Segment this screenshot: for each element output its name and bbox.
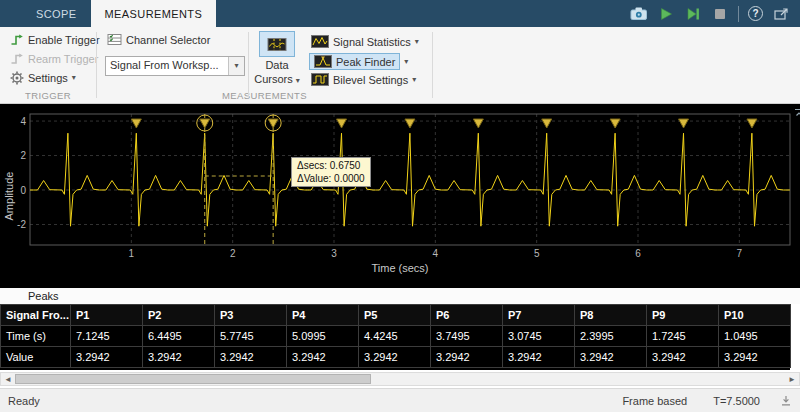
measurements-section-label: MEASUREMENTS xyxy=(97,90,432,101)
peaks-col-p8[interactable]: P8 xyxy=(575,305,647,326)
chevron-down-icon[interactable]: ▾ xyxy=(228,57,244,75)
scrollbar-track[interactable] xyxy=(15,373,785,385)
snapshot-button[interactable] xyxy=(630,5,648,23)
y-tick-label: -2 xyxy=(17,219,26,230)
peaks-cell: 3.2942 xyxy=(143,347,215,368)
peaks-col-p7[interactable]: P7 xyxy=(503,305,575,326)
peaks-col-p6[interactable]: P6 xyxy=(431,305,503,326)
stop-button[interactable] xyxy=(711,5,729,23)
peaks-cell: 3.2942 xyxy=(287,347,359,368)
rearm-trigger-icon xyxy=(10,52,24,66)
peaks-cell: 5.7745 xyxy=(215,326,287,347)
gear-icon xyxy=(10,71,24,85)
bilevel-settings-icon xyxy=(311,73,329,86)
peaks-col-p2[interactable]: P2 xyxy=(143,305,215,326)
dock-button[interactable] xyxy=(772,5,790,23)
enable-trigger-label: Enable Trigger xyxy=(28,34,100,46)
peaks-col-p1[interactable]: P1 xyxy=(71,305,143,326)
peak-marker[interactable] xyxy=(337,119,347,128)
data-cursors-label-1: Data xyxy=(249,59,305,71)
step-forward-icon xyxy=(686,7,700,21)
chevron-down-icon: ▾ xyxy=(415,38,419,46)
peak-finder-label: Peak Finder xyxy=(336,56,395,68)
tab-measurements[interactable]: MEASUREMENTS xyxy=(91,0,217,27)
peak-marker[interactable] xyxy=(747,119,757,128)
run-icon xyxy=(659,7,673,21)
peak-marker[interactable] xyxy=(405,119,415,128)
channel-selector-label: Channel Selector xyxy=(126,34,210,46)
tab-measurements-label: MEASUREMENTS xyxy=(105,8,203,20)
peaks-cell: 4.4245 xyxy=(359,326,431,347)
measurements-ribbon: Enable Trigger Rearm Trigger xyxy=(0,27,800,104)
trigger-section: Enable Trigger Rearm Trigger xyxy=(0,27,96,103)
peaks-cell: 3.2942 xyxy=(575,347,647,368)
dock-bottom-icon[interactable] xyxy=(780,395,792,407)
waveform-plot: 1234567420-2 xyxy=(0,104,800,274)
peaks-cell: 3.2942 xyxy=(503,347,575,368)
measurements-section: Channel Selector Signal From Worksp... ▾… xyxy=(97,27,432,103)
scope-window: SCOPE MEASUREMENTS xyxy=(0,0,800,412)
peak-marker[interactable] xyxy=(200,119,210,128)
peak-marker[interactable] xyxy=(473,119,483,128)
data-cursors-toggle[interactable] xyxy=(259,31,295,57)
peak-finder-toggle[interactable]: Peak Finder xyxy=(309,53,400,70)
signal-statistics-button[interactable]: Signal Statistics ▾ xyxy=(309,34,421,49)
chevron-down-icon: ▾ xyxy=(296,76,300,85)
simulation-toolbar: ? xyxy=(630,0,790,27)
section-divider xyxy=(432,32,433,98)
scrollbar-thumb[interactable] xyxy=(15,374,371,384)
help-button[interactable]: ? xyxy=(748,6,763,21)
frame-mode-label: Frame based xyxy=(622,395,687,407)
enable-trigger-button[interactable]: Enable Trigger xyxy=(8,32,102,48)
horizontal-scrollbar[interactable]: ◄ ► xyxy=(0,372,800,386)
channel-selector-icon xyxy=(107,33,122,46)
peak-marker[interactable] xyxy=(268,119,278,128)
peaks-cell: 3.2942 xyxy=(647,347,719,368)
bilevel-settings-button[interactable]: Bilevel Settings ▾ xyxy=(309,72,418,87)
x-tick-label: 2 xyxy=(230,248,236,259)
peaks-cell: 3.7495 xyxy=(431,326,503,347)
trigger-settings-label: Settings xyxy=(28,72,68,84)
peaks-cell: 3.0745 xyxy=(503,326,575,347)
enable-trigger-icon xyxy=(10,33,24,47)
source-select[interactable]: Signal From Worksp... ▾ xyxy=(105,56,245,76)
run-button[interactable] xyxy=(657,5,675,23)
peak-finder-button[interactable]: Peak Finder ▾ xyxy=(309,53,408,70)
signal-statistics-icon xyxy=(311,35,329,48)
cursor-readout[interactable]: Δsecs: 0.6750 ΔValue: 0.0000 xyxy=(291,157,371,187)
peak-marker[interactable] xyxy=(610,119,620,128)
rearm-trigger-button[interactable]: Rearm Trigger xyxy=(8,51,100,67)
trigger-settings-button[interactable]: Settings ▾ xyxy=(8,70,78,86)
scroll-right-icon[interactable]: ► xyxy=(785,373,799,385)
y-axis-label: Amplitude xyxy=(3,161,15,231)
peaks-cell: 1.0495 xyxy=(719,326,791,347)
scroll-left-icon[interactable]: ◄ xyxy=(1,373,15,385)
peaks-col-p4[interactable]: P4 xyxy=(287,305,359,326)
peaks-col-p9[interactable]: P9 xyxy=(647,305,719,326)
peak-marker[interactable] xyxy=(679,119,689,128)
peak-marker[interactable] xyxy=(542,119,552,128)
peaks-panel-header: Peaks xyxy=(0,288,800,304)
scope-display[interactable]: 1234567420-2 Amplitude Time (secs) Δsecs… xyxy=(0,104,800,288)
status-text: Ready xyxy=(8,395,622,407)
y-tick-label: 0 xyxy=(20,185,26,196)
peaks-cell: 3.2942 xyxy=(71,347,143,368)
cursor-delta-time: Δsecs: 0.6750 xyxy=(297,159,365,172)
table-row: Time (s)7.12456.44955.77455.09954.42453.… xyxy=(1,326,791,347)
peaks-col-signal[interactable]: Signal Fro... xyxy=(1,305,71,326)
peaks-row-label: Value xyxy=(1,347,71,368)
peaks-cell: 1.7245 xyxy=(647,326,719,347)
peaks-col-p10[interactable]: P10 xyxy=(719,305,791,326)
x-tick-label: 4 xyxy=(433,248,439,259)
step-forward-button[interactable] xyxy=(684,5,702,23)
peaks-col-p3[interactable]: P3 xyxy=(215,305,287,326)
channel-selector-button[interactable]: Channel Selector xyxy=(105,32,212,47)
peak-marker[interactable] xyxy=(131,119,141,128)
peaks-col-p5[interactable]: P5 xyxy=(359,305,431,326)
tab-scope[interactable]: SCOPE xyxy=(22,0,91,27)
dock-icon xyxy=(773,7,789,21)
collapse-up-icon xyxy=(793,108,800,117)
chevron-down-icon: ▾ xyxy=(72,74,76,82)
data-cursors-button[interactable]: Data Cursors ▾ xyxy=(249,31,305,85)
peaks-cell: 7.1245 xyxy=(71,326,143,347)
